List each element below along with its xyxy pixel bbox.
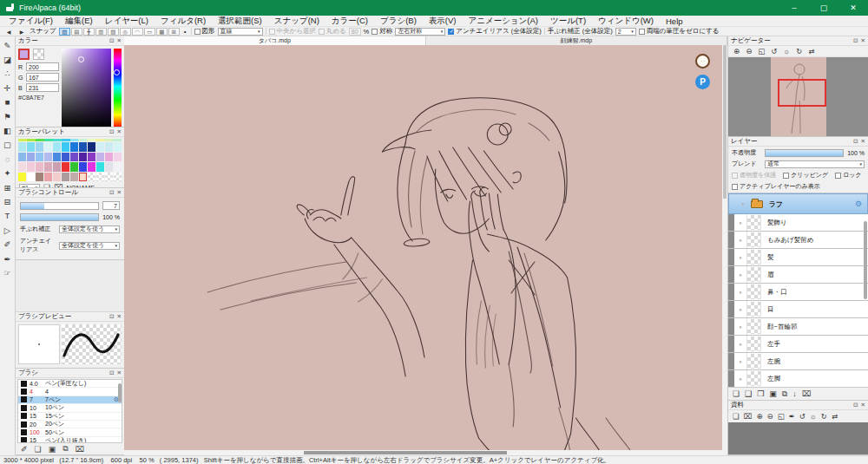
close-button[interactable]: ✕ xyxy=(838,0,868,16)
palette-swatch[interactable] xyxy=(70,162,78,172)
palette-swatch[interactable] xyxy=(96,153,104,162)
layer-visibility-toggle[interactable]: ● xyxy=(741,201,745,206)
close-icon[interactable]: ✕ xyxy=(117,313,122,320)
hue-marker[interactable] xyxy=(114,69,120,75)
menu-item[interactable]: フィルタ(R) xyxy=(155,16,212,27)
palette-swatch[interactable] xyxy=(114,162,122,172)
snap-vertical[interactable]: ▥ xyxy=(95,28,107,36)
close-icon[interactable]: ✕ xyxy=(117,37,122,44)
brush-item[interactable]: 4 4 ⚙ xyxy=(18,388,122,395)
palette-swatch[interactable] xyxy=(96,142,104,152)
palette-swatch[interactable] xyxy=(53,162,61,172)
palette-swatch[interactable] xyxy=(62,142,69,152)
zoom-in-icon[interactable]: ⊕ xyxy=(733,47,740,56)
cloud-p-button[interactable]: P xyxy=(695,75,710,89)
palette-swatch[interactable] xyxy=(27,142,35,152)
palette-swatch[interactable] xyxy=(62,162,69,172)
layer-row[interactable]: ● 顔~首輪郭 xyxy=(728,318,868,336)
menu-item[interactable]: 選択範囲(S) xyxy=(212,16,268,27)
merge-layer-icon[interactable]: ↓ xyxy=(792,389,797,398)
palette-swatch[interactable] xyxy=(18,153,26,162)
smudge-tool[interactable]: ∴ xyxy=(1,67,15,81)
edge-pressure-checkbox[interactable]: 両端の筆圧をゼロにする xyxy=(639,27,720,36)
round-value[interactable]: 80 xyxy=(349,28,361,36)
fit-view-icon[interactable]: ◱ xyxy=(758,47,765,56)
close-icon[interactable]: ✕ xyxy=(117,189,122,196)
layer-row[interactable]: ● 左腕 xyxy=(728,353,868,370)
palette-swatch[interactable] xyxy=(18,142,26,152)
new-brush-icon[interactable]: ❏ xyxy=(35,445,42,454)
lasso-tool[interactable]: ◌ xyxy=(1,152,15,166)
menu-item[interactable]: ウィンドウ(W) xyxy=(592,16,660,27)
snap-diagonal[interactable]: ▧ xyxy=(108,28,119,36)
layer-row[interactable]: ● もみあげ髪留め xyxy=(728,232,868,249)
pen-tool[interactable]: ✐ xyxy=(1,237,15,251)
layer-visibility-toggle[interactable]: ● xyxy=(734,353,747,369)
layer-opacity-slider[interactable] xyxy=(765,149,844,157)
brush-item[interactable]: 10 10ペン ⚙ xyxy=(18,404,122,412)
close-icon[interactable]: ✕ xyxy=(861,402,865,408)
brush-item[interactable]: 20 20ペン ⚙ xyxy=(18,421,122,428)
brush-item[interactable]: 4.0 ペン(筆圧なし) ⚙ xyxy=(18,380,122,388)
palette-swatch[interactable] xyxy=(105,173,113,182)
brush-item[interactable]: 7 7ペン ⚙ xyxy=(18,396,122,404)
palette-swatch[interactable] xyxy=(105,142,113,152)
palette-swatch[interactable] xyxy=(18,139,27,141)
brush-item[interactable]: 15 ペン(入り抜き) ⚙ xyxy=(18,437,122,443)
palette-swatch[interactable] xyxy=(96,173,104,182)
canvas[interactable]: P xyxy=(124,45,722,450)
layer-row[interactable]: ● 髪飾り xyxy=(728,214,868,232)
palette-swatch[interactable] xyxy=(53,139,62,141)
rotate-right-icon[interactable]: ↻ xyxy=(821,412,827,421)
brush-size-slider[interactable] xyxy=(20,202,99,210)
snap-point-icon[interactable]: • xyxy=(182,28,188,36)
palette-swatch[interactable] xyxy=(70,153,78,162)
dock-icon[interactable]: ⊡ xyxy=(853,402,858,408)
palette-swatch[interactable] xyxy=(104,139,113,141)
palette-swatch[interactable] xyxy=(53,173,61,182)
minimize-button[interactable]: – xyxy=(779,0,809,16)
palette-swatch[interactable] xyxy=(114,153,122,162)
menu-item[interactable]: ツール(T) xyxy=(544,16,592,27)
delete-layer-icon[interactable]: ⌧ xyxy=(802,389,811,398)
snap-curve[interactable]: ◠ xyxy=(132,28,143,36)
bucket-tool[interactable]: ⚑ xyxy=(1,109,15,123)
palette-swatch[interactable] xyxy=(88,173,95,182)
brush-opacity-slider[interactable] xyxy=(20,213,99,221)
palette-swatch[interactable] xyxy=(36,142,43,152)
menu-item[interactable]: ブラシ(B) xyxy=(374,16,423,27)
palette-swatch[interactable] xyxy=(88,162,95,172)
palette-swatch[interactable] xyxy=(44,139,53,141)
palette-swatch[interactable] xyxy=(114,142,122,152)
hand-tool[interactable]: ☞ xyxy=(1,265,15,279)
layer-row[interactable]: ● 鼻・口 xyxy=(728,284,868,301)
shape-select[interactable]: 直線▾ xyxy=(218,28,263,36)
menu-item[interactable]: ファイル(F) xyxy=(3,16,59,27)
select-rect-tool[interactable]: ▢ xyxy=(1,138,15,152)
brush-tool[interactable]: ✎ xyxy=(1,38,15,52)
navigator-thumbnail[interactable] xyxy=(728,57,868,136)
collapse-left-icon[interactable]: ◀ xyxy=(3,29,14,35)
close-icon[interactable]: ✕ xyxy=(117,128,122,135)
palette-swatch[interactable] xyxy=(36,162,43,172)
palette-swatch[interactable] xyxy=(62,139,70,141)
rotate-left-icon[interactable]: ↺ xyxy=(771,47,777,56)
snap-perspective[interactable]: ⊞ xyxy=(168,28,180,36)
transparent-color-swatch[interactable] xyxy=(33,49,44,60)
zoom-out-icon[interactable]: ⊖ xyxy=(767,412,773,421)
snap-parallel[interactable]: ▤ xyxy=(71,28,82,36)
menu-item[interactable]: 表示(V) xyxy=(423,16,463,27)
zoom-out-icon[interactable]: ⊖ xyxy=(746,47,752,56)
delete-reference-icon[interactable]: ⌧ xyxy=(744,412,753,421)
rotate-left-icon[interactable]: ↺ xyxy=(799,412,806,421)
menu-item[interactable]: 編集(E) xyxy=(59,16,99,27)
duplicate-brush-icon[interactable]: ⧉ xyxy=(62,444,68,454)
menu-item[interactable]: アニメーション(A) xyxy=(463,16,545,27)
palette-swatch[interactable] xyxy=(70,139,79,141)
eyedropper-tool[interactable]: ✒ xyxy=(1,252,15,265)
layer-visibility-toggle[interactable]: ● xyxy=(734,214,747,231)
layer-list-scrollbar[interactable] xyxy=(864,221,867,299)
layer-visibility-toggle[interactable]: ● xyxy=(734,284,747,300)
palette-swatch[interactable] xyxy=(78,139,87,141)
layer-visibility-toggle[interactable]: ● xyxy=(734,370,747,387)
